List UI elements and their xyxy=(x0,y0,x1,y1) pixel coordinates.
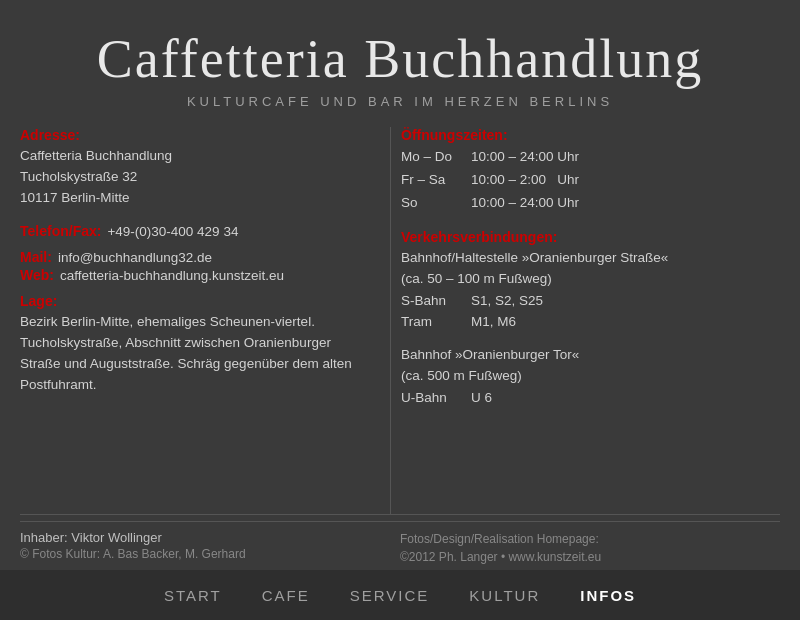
hours-label: Öffnungszeiten: xyxy=(401,127,780,143)
inhaber-label: Inhaber: xyxy=(20,530,71,545)
verkehr-label: Verkehrsverbindungen: xyxy=(401,229,780,245)
address-section: Adresse: Caffetteria Buchhandlung Tuchol… xyxy=(20,127,370,209)
hours-row-mo: Mo – Do 10:00 – 24:00 Uhr xyxy=(401,146,780,169)
content-area: Adresse: Caffetteria Buchhandlung Tuchol… xyxy=(20,117,780,514)
divider xyxy=(20,514,780,515)
hours-time-mo: 10:00 – 24:00 Uhr xyxy=(471,146,780,169)
mail-label: Mail: xyxy=(20,249,52,265)
hours-time-so: 10:00 – 24:00 Uhr xyxy=(471,192,780,215)
footer-right-area: Fotos/Design/Realisation Homepage: ©2012… xyxy=(390,530,780,566)
station1-sbahn-row: S-Bahn S1, S2, S25 xyxy=(401,290,780,312)
footer-info: Inhaber: Viktor Wollinger © Fotos Kultur… xyxy=(20,521,780,566)
station1-tram-lines: M1, M6 xyxy=(471,311,516,333)
hours-time-fr: 10:00 – 2:00 Uhr xyxy=(471,169,780,192)
hours-day-mo: Mo – Do xyxy=(401,146,471,169)
footer-right1: Fotos/Design/Realisation Homepage: xyxy=(400,530,780,548)
right-column: Öffnungszeiten: Mo – Do 10:00 – 24:00 Uh… xyxy=(390,127,780,514)
hours-row-fr: Fr – Sa 10:00 – 2:00 Uhr xyxy=(401,169,780,192)
footer-left: Inhaber: Viktor Wollinger © Fotos Kultur… xyxy=(20,530,390,566)
telefon-section: Telefon/Fax: +49-(0)30-400 429 34 xyxy=(20,223,370,239)
web-section: Web: caffetteria-buchhandlung.kunstzeit.… xyxy=(20,267,370,283)
mail-section: Mail: info@buchhandlung32.de xyxy=(20,249,370,265)
page-wrapper: Caffetteria Buchhandlung KULTURCAFE UND … xyxy=(0,0,800,620)
station1-sbahn-label: S-Bahn xyxy=(401,290,471,312)
nav-kultur[interactable]: KULTUR xyxy=(469,587,540,604)
lage-label: Lage: xyxy=(20,293,370,309)
address-line1: Caffetteria Buchhandlung xyxy=(20,148,172,163)
footer-right2: ©2012 Ph. Langer • www.kunstzeit.eu xyxy=(400,548,780,566)
station2-ubahn-label: U-Bahn xyxy=(401,387,471,409)
web-value: caffetteria-buchhandlung.kunstzeit.eu xyxy=(60,268,284,283)
subtitle: KULTURCAFE UND BAR IM HERZEN BERLINS xyxy=(97,94,703,109)
address-text: Caffetteria Buchhandlung Tucholskystraße… xyxy=(20,146,370,209)
verkehr-section: Verkehrsverbindungen: Bahnhof/Haltestell… xyxy=(401,229,780,408)
mail-value: info@buchhandlung32.de xyxy=(58,250,212,265)
station1-tram-row: Tram M1, M6 xyxy=(401,311,780,333)
nav-bar: START CAFE SERVICE KULTUR INFOS xyxy=(0,570,800,620)
telefon-label: Telefon/Fax: xyxy=(20,223,101,239)
address-label: Adresse: xyxy=(20,127,370,143)
main-title: Caffetteria Buchhandlung xyxy=(97,28,703,90)
station2-ubahn-row: U-Bahn U 6 xyxy=(401,387,780,409)
hours-section: Öffnungszeiten: Mo – Do 10:00 – 24:00 Uh… xyxy=(401,127,780,215)
telefon-value: +49-(0)30-400 429 34 xyxy=(107,224,238,239)
copyright-text: © Fotos Kultur: A. Bas Backer, M. Gerhar… xyxy=(20,545,370,563)
station2-block: Bahnhof »Oranienburger Tor« (ca. 500 m F… xyxy=(401,345,780,408)
station1-distance: (ca. 50 – 100 m Fußweg) xyxy=(401,269,780,290)
hours-day-so: So xyxy=(401,192,471,215)
station2-distance: (ca. 500 m Fußweg) xyxy=(401,366,780,387)
address-line3: 10117 Berlin-Mitte xyxy=(20,190,130,205)
inhaber-text: Inhaber: Viktor Wollinger xyxy=(20,530,370,545)
lage-section: Lage: Bezirk Berlin-Mitte, ehemaliges Sc… xyxy=(20,293,370,396)
nav-service[interactable]: SERVICE xyxy=(350,587,430,604)
inhaber-value: Viktor Wollinger xyxy=(71,530,162,545)
nav-cafe[interactable]: CAFE xyxy=(262,587,310,604)
header: Caffetteria Buchhandlung KULTURCAFE UND … xyxy=(97,0,703,117)
lage-text: Bezirk Berlin-Mitte, ehemaliges Scheunen… xyxy=(20,312,370,396)
station1-name: Bahnhof/Haltestelle »Oranienburger Straß… xyxy=(401,248,780,269)
station2-ubahn-lines: U 6 xyxy=(471,387,492,409)
web-label: Web: xyxy=(20,267,54,283)
hours-row-so: So 10:00 – 24:00 Uhr xyxy=(401,192,780,215)
station1-block: Bahnhof/Haltestelle »Oranienburger Straß… xyxy=(401,248,780,333)
station1-sbahn-lines: S1, S2, S25 xyxy=(471,290,543,312)
station2-name: Bahnhof »Oranienburger Tor« xyxy=(401,345,780,366)
hours-day-fr: Fr – Sa xyxy=(401,169,471,192)
nav-infos[interactable]: INFOS xyxy=(580,587,636,604)
address-line2: Tucholskystraße 32 xyxy=(20,169,137,184)
left-column: Adresse: Caffetteria Buchhandlung Tuchol… xyxy=(20,127,390,514)
hours-table: Mo – Do 10:00 – 24:00 Uhr Fr – Sa 10:00 … xyxy=(401,146,780,215)
station1-tram-label: Tram xyxy=(401,311,471,333)
nav-start[interactable]: START xyxy=(164,587,222,604)
